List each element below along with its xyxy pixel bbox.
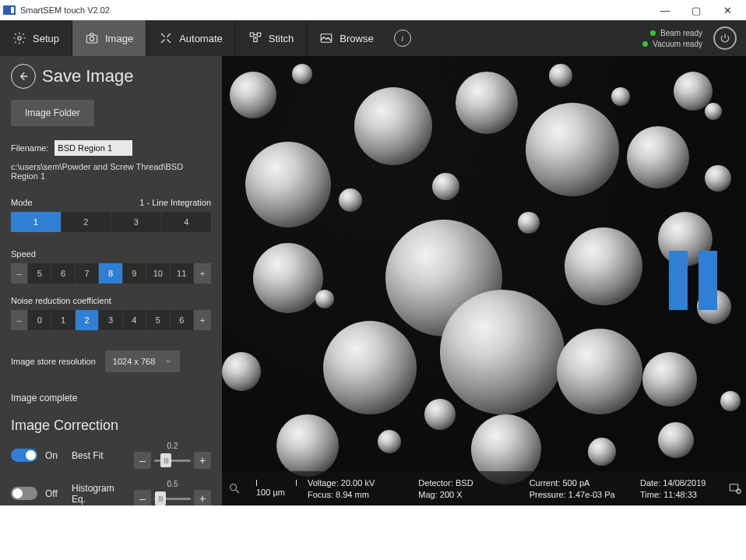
noise-increment[interactable]: + <box>194 310 211 330</box>
power-button[interactable] <box>713 26 737 50</box>
mode-option-2[interactable]: 2 <box>62 212 112 232</box>
info-icon: i <box>394 30 411 47</box>
tab-browse[interactable]: Browse <box>307 20 385 56</box>
histogram-eq-decrement[interactable]: – <box>134 490 151 505</box>
mode-label: Mode <box>11 198 33 207</box>
footer-settings-button[interactable] <box>724 481 746 495</box>
pressure-label: Pressure: <box>530 490 566 499</box>
camera-icon <box>85 31 99 45</box>
current-value: 500 pA <box>562 478 589 488</box>
scale-value: 100 µm <box>256 488 285 497</box>
speed-decrement[interactable]: – <box>11 263 28 284</box>
chevron-down-icon <box>164 357 172 365</box>
resolution-label: Image store resolution <box>11 357 96 366</box>
date-label: Date: <box>640 478 660 488</box>
filename-label: Filename: <box>11 143 48 153</box>
best-fit-value: 0.2 <box>167 442 178 450</box>
current-label: Current: <box>530 478 561 488</box>
zoom-button[interactable] <box>222 482 247 495</box>
mag-label: Mag: <box>418 490 437 499</box>
beam-ready-dot <box>650 30 656 36</box>
title-bar: SmartSEM touch V2.02 — ▢ ✕ <box>0 0 746 20</box>
speed-increment[interactable]: + <box>194 263 211 284</box>
pressure-value: 1.47e-03 Pa <box>568 490 615 499</box>
noise-option-3[interactable]: 3 <box>99 310 122 330</box>
mode-option-4[interactable]: 4 <box>162 212 212 232</box>
svg-point-9 <box>737 489 741 493</box>
best-fit-slider[interactable]: ||| <box>154 460 191 462</box>
mag-value: 200 X <box>440 490 463 499</box>
speed-option-8[interactable]: 8 <box>99 263 122 284</box>
noise-option-6[interactable]: 6 <box>171 310 194 330</box>
svg-rect-5 <box>254 38 258 42</box>
main-toolbar: Setup Image Automate Stitc <box>0 20 746 56</box>
noise-option-4[interactable]: 4 <box>123 310 146 330</box>
noise-block: Noise reduction coefficient – 0 1 2 3 4 … <box>11 296 211 330</box>
tab-automate[interactable]: Automate <box>146 20 235 56</box>
close-button[interactable]: ✕ <box>712 0 743 20</box>
speed-option-5[interactable]: 5 <box>28 263 51 284</box>
histogram-eq-off-label: Off <box>45 488 64 499</box>
panel-title: Save Image <box>42 66 133 86</box>
back-button[interactable] <box>11 64 36 89</box>
svg-rect-4 <box>257 33 261 37</box>
scale-bar: 100 µm <box>247 480 306 497</box>
focus-value: 8.94 mm <box>336 490 369 499</box>
best-fit-increment[interactable]: + <box>194 452 211 469</box>
time-value: 11:48:33 <box>663 490 697 499</box>
histogram-eq-row: Off Histogram Eq. 0.5 – ||| + <box>11 480 211 505</box>
mode-option-1[interactable]: 1 <box>11 212 62 232</box>
speed-option-11[interactable]: 11 <box>171 263 194 284</box>
restore-button[interactable]: ▢ <box>681 0 712 20</box>
svg-rect-3 <box>250 33 254 37</box>
time-label: Time: <box>640 490 661 499</box>
vacuum-ready-label: Vacuum ready <box>653 40 702 48</box>
image-folder-button[interactable]: Image Folder <box>11 100 94 126</box>
best-fit-label: Best Fit <box>72 450 126 461</box>
file-path: c:\users\sem\Powder and Screw Thread\BSD… <box>11 162 211 181</box>
minimize-button[interactable]: — <box>649 0 681 20</box>
mode-block: Mode 1 - Line Integration 1 2 3 4 <box>11 198 211 232</box>
pause-overlay-button[interactable] <box>663 251 723 310</box>
noise-option-1[interactable]: 1 <box>51 310 75 330</box>
noise-option-5[interactable]: 5 <box>146 310 170 330</box>
speed-options: – 5 6 7 8 9 10 11 + <box>11 263 211 284</box>
resolution-value: 1024 x 768 <box>113 357 155 366</box>
mode-value-label: 1 - Line Integration <box>139 198 211 207</box>
speed-option-10[interactable]: 10 <box>146 263 170 284</box>
tab-image-label: Image <box>105 33 133 44</box>
tab-stitch[interactable]: Stitch <box>236 20 307 56</box>
pause-icon <box>669 251 688 310</box>
histogram-eq-value: 0.5 <box>167 480 178 488</box>
noise-options: – 0 1 2 3 4 5 6 + <box>11 310 211 330</box>
histogram-eq-slider[interactable]: ||| <box>154 498 191 500</box>
histogram-eq-toggle[interactable] <box>11 487 37 500</box>
tab-stitch-label: Stitch <box>269 33 294 44</box>
mode-option-3[interactable]: 3 <box>111 212 162 232</box>
tab-setup[interactable]: Setup <box>0 20 72 56</box>
beam-ready-label: Beam ready <box>660 29 702 37</box>
best-fit-toggle[interactable] <box>11 449 37 462</box>
tab-browse-label: Browse <box>340 33 373 44</box>
speed-option-6[interactable]: 6 <box>51 263 75 284</box>
vacuum-ready-dot <box>642 41 648 47</box>
noise-decrement[interactable]: – <box>11 310 28 330</box>
resolution-select[interactable]: 1024 x 768 <box>105 350 180 372</box>
tab-image[interactable]: Image <box>72 20 146 56</box>
voltage-value: 20.00 kV <box>341 478 375 488</box>
best-fit-decrement[interactable]: – <box>134 452 151 469</box>
histogram-eq-label: Histogram Eq. <box>72 483 126 505</box>
automate-icon <box>159 31 173 45</box>
histogram-eq-increment[interactable]: + <box>194 490 211 505</box>
noise-option-0[interactable]: 0 <box>28 310 51 330</box>
filename-input[interactable] <box>55 140 132 156</box>
info-button[interactable]: i <box>386 20 419 56</box>
image-correction-title: Image Correction <box>11 417 211 434</box>
svg-point-0 <box>18 37 22 41</box>
image-viewer[interactable]: 100 µm Voltage: 20.00 kV Focus: 8.94 mm … <box>222 56 746 505</box>
speed-block: Speed – 5 6 7 8 9 10 11 + <box>11 249 211 284</box>
speed-option-9[interactable]: 9 <box>123 263 146 284</box>
noise-option-2[interactable]: 2 <box>76 310 99 330</box>
speed-option-7[interactable]: 7 <box>76 263 99 284</box>
status-lights: Beam ready Vacuum ready <box>642 29 702 48</box>
